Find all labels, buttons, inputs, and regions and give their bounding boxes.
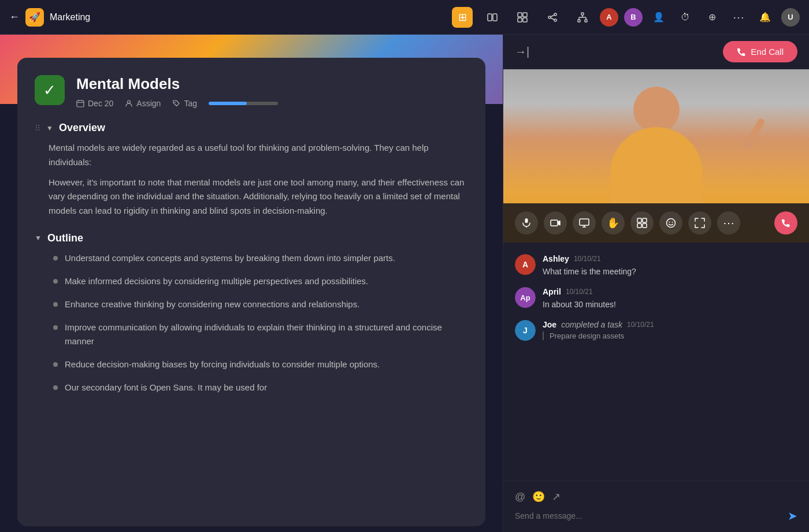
chat-input-field[interactable] [515,511,782,520]
attachment-button[interactable]: ↗ [552,490,561,503]
svg-rect-18 [77,101,84,107]
screen-share-icon [579,218,589,228]
tree-icon[interactable] [572,7,593,28]
topbar-right: A B 👤 ⏱ ⊕ ⋯ 🔔 U [600,7,800,28]
raise-hand-button[interactable]: ✋ [602,211,625,235]
layout-button[interactable] [630,211,654,235]
outline-list: Understand complex concepts and systems … [49,251,468,395]
fullscreen-button[interactable] [688,211,711,235]
svg-rect-32 [637,224,641,228]
avatar-user2: B [624,8,643,27]
chat-input-area: @ 🙂 ↗ ➤ [503,481,809,532]
overview-para-1: Mental models are widely regarded as a u… [49,141,468,170]
svg-rect-27 [580,219,589,225]
svg-point-7 [554,13,556,16]
ashley-text: What time is the meeting? [543,266,797,278]
outline-collapse-arrow-icon[interactable]: ▼ [35,234,42,242]
chat-toolbar: @ 🙂 ↗ [515,490,797,503]
chat-message-ashley: A Ashley 10/10/21 What time is the meeti… [515,254,797,278]
share-icon[interactable] [542,7,563,28]
end-call-small-button[interactable] [774,211,797,235]
collapse-arrow-icon[interactable]: ▼ [46,124,53,132]
bell-icon[interactable]: 🔔 [755,7,775,28]
topbar: ← 🚀 Marketing ⊞ [0,0,809,35]
svg-line-9 [551,15,554,17]
more-call-options-button[interactable]: ⋯ [717,211,740,235]
ashley-avatar: A [515,254,536,275]
chat-area: A Ashley 10/10/21 What time is the meeti… [503,243,809,532]
user-avatar[interactable]: U [781,8,800,27]
completion-check-icon[interactable]: ✓ [35,75,65,105]
add-member-icon[interactable]: 👤 [648,7,669,28]
tag-icon [172,99,180,107]
joe-task-text: completed a task [561,320,622,329]
person-icon [125,99,133,107]
video-area: ✋ [503,69,809,243]
chat-message-april: Ap April 10/10/21 In about 30 minutes! [515,287,797,311]
date-field[interactable]: Dec 20 [76,99,113,108]
back-button[interactable]: ← [9,11,20,23]
mention-button[interactable]: @ [515,491,525,503]
april-avatar: Ap [515,287,536,308]
assign-field[interactable]: Assign [125,99,161,108]
outline-section: ▼ Outline Understand complex concepts an… [35,232,468,395]
stack-view-icon[interactable]: ⊞ [452,7,473,28]
svg-point-6 [548,16,551,18]
progress-fill [209,102,247,105]
layout-icon [637,218,647,228]
emoji-button[interactable]: 🙂 [532,490,545,503]
svg-rect-33 [643,224,647,228]
svg-point-22 [128,101,131,103]
app-name: Marketing [50,12,90,23]
grid-view-icon[interactable] [512,7,533,28]
joe-avatar: J [515,320,536,341]
ashley-name: Ashley [543,254,569,263]
document-title-area: Mental Models Dec 20 [76,75,468,108]
bullet-icon [53,302,58,307]
chat-messages: A Ashley 10/10/21 What time is the meeti… [503,243,809,481]
more-options-icon[interactable]: ⋯ [728,7,749,28]
overview-body: Mental models are widely regarded as a u… [35,141,468,218]
collapse-panel-button[interactable]: →| [515,45,529,58]
svg-rect-13 [585,20,587,22]
end-call-button[interactable]: End Call [723,41,797,62]
app-icon: 🚀 [25,8,44,27]
svg-rect-31 [643,218,647,222]
reactions-button[interactable] [659,211,682,235]
drag-handle-icon[interactable]: ⠿ [35,124,40,133]
svg-rect-12 [578,20,580,22]
send-message-button[interactable]: ➤ [788,509,797,523]
document-title: Mental Models [76,75,468,93]
controls-group: ✋ [515,211,740,235]
screen-share-button[interactable] [573,211,596,235]
svg-rect-0 [488,14,492,21]
call-header: →| End Call [503,35,809,69]
svg-point-35 [669,222,670,223]
overview-title: Overview [59,122,105,134]
camera-button[interactable] [544,211,567,235]
left-panel: ✓ Mental Models Dec 20 [0,35,503,532]
outline-item-4: Improve communication by allowing indivi… [53,321,468,348]
timer-icon[interactable]: ⏱ [675,7,696,28]
svg-rect-26 [551,220,558,226]
microphone-button[interactable] [515,211,538,235]
svg-rect-4 [518,18,522,22]
outline-item-6: Our secondary font is Open Sans. It may … [53,381,468,395]
svg-rect-2 [518,13,522,17]
svg-point-34 [667,219,676,228]
bullet-icon [53,256,58,261]
overview-para-2: However, it's important to note that men… [49,176,468,218]
reactions-icon [666,218,676,228]
svg-point-8 [554,19,556,21]
ashley-time: 10/10/21 [574,255,601,263]
chat-message-joe: J Joe completed a task 10/10/21 Prepare … [515,320,797,341]
outline-body: Understand complex concepts and systems … [35,251,468,395]
tag-field[interactable]: Tag [172,99,197,108]
split-view-icon[interactable] [482,7,503,28]
end-call-phone-icon [781,218,791,228]
april-message-content: April 10/10/21 In about 30 minutes! [543,287,797,311]
svg-rect-24 [525,218,528,223]
svg-rect-1 [493,14,497,21]
bullet-icon [53,362,58,367]
integrations-icon[interactable]: ⊕ [702,7,722,28]
